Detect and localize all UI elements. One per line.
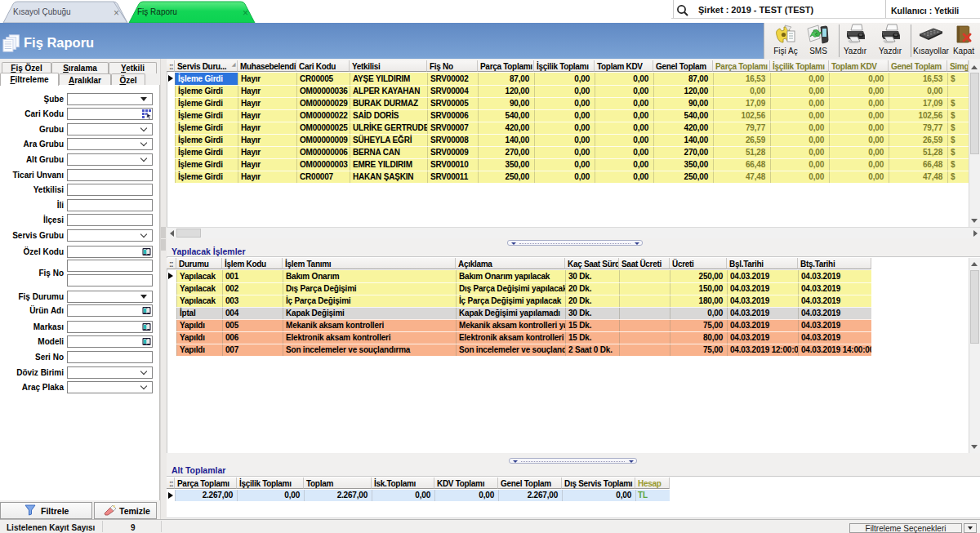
svg-text:×: × (243, 7, 248, 19)
svg-text:Kısayol Çubuğu: Kısayol Çubuğu (13, 7, 71, 16)
svg-text:Fiş Raporu: Fiş Raporu (137, 7, 177, 16)
svg-text:×: × (114, 7, 119, 19)
